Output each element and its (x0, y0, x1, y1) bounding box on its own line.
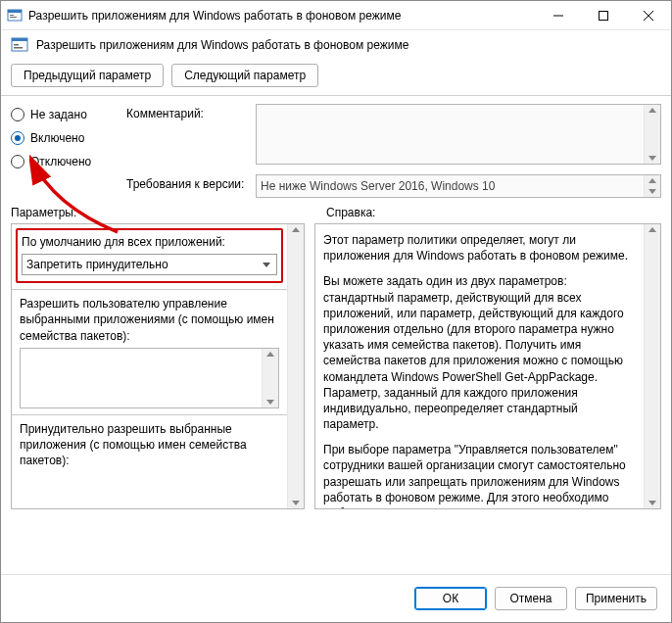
annotation-highlight: По умолчанию для всех приложений: Запрет… (16, 228, 283, 283)
divider (12, 289, 287, 290)
apply-button[interactable]: Применить (575, 587, 657, 610)
user-controlled-label: Разрешить пользователю управление выбран… (20, 296, 279, 344)
scrollbar[interactable] (644, 224, 660, 508)
scroll-down-icon[interactable] (266, 400, 274, 405)
radio-label: Не задано (30, 108, 87, 121)
scrollbar[interactable] (644, 105, 660, 164)
radio-not-configured[interactable]: Не задано (11, 108, 119, 121)
svg-rect-2 (10, 15, 14, 16)
options-panel: По умолчанию для всех приложений: Запрет… (12, 224, 287, 508)
supported-text: Не ниже Windows Server 2016, Windows 10 (257, 175, 644, 197)
scroll-up-icon[interactable] (266, 352, 274, 357)
divider (12, 414, 287, 415)
cancel-button[interactable]: Отмена (495, 587, 567, 610)
minimize-button[interactable] (536, 1, 581, 29)
default-apps-label: По умолчанию для всех приложений: (22, 234, 277, 250)
scroll-up-icon[interactable] (648, 178, 656, 183)
scrollbar[interactable] (262, 349, 278, 407)
svg-rect-10 (14, 44, 19, 46)
next-setting-button[interactable]: Следующий параметр (171, 64, 318, 87)
dialog-footer: ОК Отмена Применить (1, 574, 671, 622)
force-allow-label: Принудительно разрешить выбранные прилож… (20, 421, 279, 469)
svg-rect-11 (14, 47, 23, 49)
user-controlled-list[interactable] (20, 348, 279, 408)
svg-rect-5 (600, 11, 608, 20)
divider (1, 95, 671, 96)
scroll-down-icon[interactable] (648, 156, 656, 161)
scroll-up-icon[interactable] (648, 108, 656, 113)
help-panel: Этот параметр политики определяет, могут… (315, 224, 644, 508)
scroll-down-icon[interactable] (292, 501, 300, 505)
maximize-button[interactable] (581, 1, 626, 29)
help-text: Этот параметр политики определяет, могут… (323, 232, 636, 264)
window-controls (536, 1, 671, 29)
scroll-down-icon[interactable] (648, 501, 656, 505)
radio-enabled[interactable]: Включено (11, 131, 119, 145)
policy-header: Разрешить приложениям для Windows работа… (1, 30, 671, 60)
default-apps-select[interactable]: Запретить принудительно (22, 254, 277, 275)
options-heading: Параметры: (11, 206, 326, 219)
app-icon (7, 8, 23, 24)
svg-rect-9 (12, 38, 27, 41)
scroll-up-icon[interactable] (648, 227, 656, 232)
window-title: Разрешить приложениям для Windows работа… (28, 9, 536, 23)
radio-disabled[interactable]: Отключено (11, 155, 119, 168)
scrollbar[interactable] (644, 175, 660, 197)
previous-setting-button[interactable]: Предыдущий параметр (11, 64, 164, 87)
svg-rect-3 (10, 17, 17, 18)
titlebar[interactable]: Разрешить приложениям для Windows работа… (1, 1, 671, 30)
close-button[interactable] (626, 1, 671, 29)
comment-label: Комментарий: (126, 104, 250, 120)
comment-textarea[interactable] (257, 105, 644, 164)
scroll-down-icon[interactable] (648, 189, 656, 194)
scrollbar[interactable] (287, 224, 304, 508)
ok-button[interactable]: ОК (414, 587, 487, 610)
help-text: При выборе параметра "Управляется пользо… (323, 442, 636, 508)
help-text: Вы можете задать один из двух параметров… (323, 273, 636, 432)
policy-title: Разрешить приложениям для Windows работа… (36, 38, 408, 52)
svg-rect-1 (8, 10, 22, 13)
help-heading: Справка: (326, 206, 661, 219)
radio-label: Включено (30, 131, 84, 145)
radio-label: Отключено (30, 155, 91, 168)
supported-label: Требования к версии: (126, 174, 250, 191)
scroll-up-icon[interactable] (292, 227, 300, 232)
policy-icon (11, 36, 28, 54)
policy-editor-window: Разрешить приложениям для Windows работа… (0, 0, 672, 623)
